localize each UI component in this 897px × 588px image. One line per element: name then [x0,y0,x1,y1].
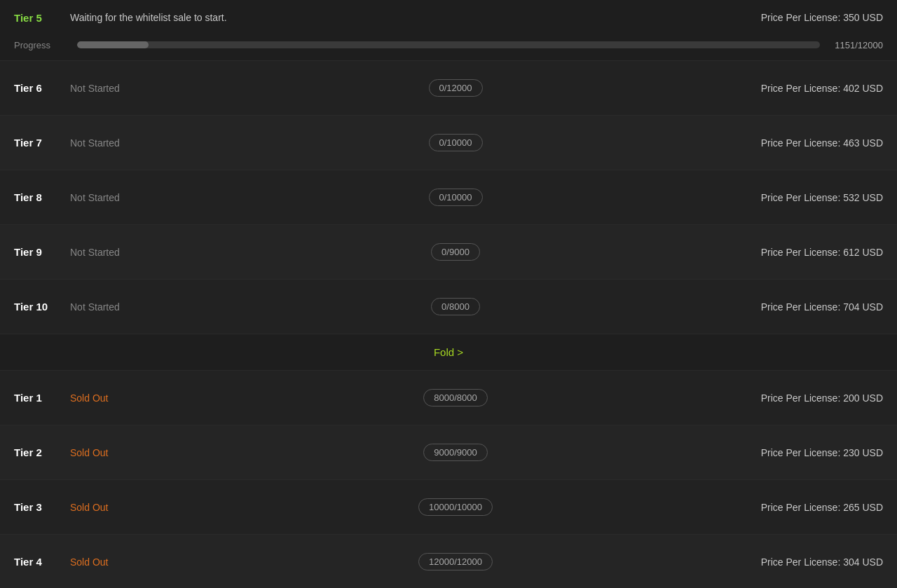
tier-status: Not Started [70,83,182,94]
tier-row-not-started: Tier 10 Not Started 0/8000 Price Per Lic… [0,280,897,334]
tier-name: Tier 7 [14,137,70,149]
tier5-progress-count: 1151/12000 [827,40,883,50]
tier-progress-area: 10000/10000 [182,498,729,516]
fold-row: Fold > [0,334,897,371]
fold-button[interactable]: Fold > [434,346,463,358]
tier5-price: Price Per License: 350 USD [761,12,883,23]
progress-badge: 0/8000 [431,298,480,315]
tier-name: Tier 2 [14,446,70,458]
tier-row-not-started: Tier 7 Not Started 0/10000 Price Per Lic… [0,116,897,170]
tier-status: Sold Out [70,556,182,568]
tier-price: Price Per License: 612 USD [729,247,883,258]
tier-status: Sold Out [70,447,182,458]
tier-price: Price Per License: 532 USD [729,192,883,203]
tier5-progress-bar-fill [77,41,149,48]
tier-status: Not Started [70,301,182,313]
tier-row-sold-out: Tier 3 Sold Out 10000/10000 Price Per Li… [0,480,897,535]
tier-progress-area: 8000/8000 [182,389,729,406]
tier-row-sold-out: Tier 2 Sold Out 9000/9000 Price Per Lice… [0,425,897,480]
tier-progress-area: 9000/9000 [182,444,729,461]
tier-status: Not Started [70,137,182,149]
progress-badge: 10000/10000 [418,498,493,516]
tier-name: Tier 3 [14,501,70,513]
tier5-section: Tier 5 Waiting for the whitelist sale to… [0,0,897,61]
tier5-progress-bar-container [77,41,820,48]
not-started-tiers: Tier 6 Not Started 0/12000 Price Per Lic… [0,61,897,334]
tier-progress-area: 0/12000 [182,79,729,97]
tier-progress-area: 12000/12000 [182,553,729,570]
tier-price: Price Per License: 230 USD [729,447,883,458]
tier-row-not-started: Tier 8 Not Started 0/10000 Price Per Lic… [0,170,897,225]
progress-badge: 9000/9000 [423,444,487,461]
tier-price: Price Per License: 402 USD [729,83,883,94]
tier-name: Tier 8 [14,191,70,203]
tier-status: Sold Out [70,392,182,404]
tier5-name: Tier 5 [14,12,70,24]
tier-name: Tier 9 [14,246,70,258]
tier-name: Tier 10 [14,301,70,313]
tier-row-sold-out: Tier 4 Sold Out 12000/12000 Price Per Li… [0,535,897,588]
progress-badge: 0/9000 [431,243,480,261]
tier-price: Price Per License: 265 USD [729,502,883,513]
tier-name: Tier 4 [14,556,70,568]
tier-price: Price Per License: 463 USD [729,137,883,149]
tier-row-sold-out: Tier 1 Sold Out 8000/8000 Price Per Lice… [0,371,897,425]
progress-badge: 0/10000 [429,134,483,151]
tier-progress-area: 0/8000 [182,298,729,315]
tier-progress-area: 0/10000 [182,189,729,206]
tier-row-not-started: Tier 9 Not Started 0/9000 Price Per Lice… [0,225,897,280]
sold-out-tiers: Tier 1 Sold Out 8000/8000 Price Per Lice… [0,371,897,588]
tier-name: Tier 6 [14,82,70,94]
progress-badge: 8000/8000 [423,389,487,406]
tier-price: Price Per License: 704 USD [729,301,883,313]
tier-price: Price Per License: 200 USD [729,392,883,404]
tier-progress-area: 0/10000 [182,134,729,151]
tier-row-not-started: Tier 6 Not Started 0/12000 Price Per Lic… [0,61,897,116]
tier-progress-area: 0/9000 [182,243,729,261]
tier5-progress-label: Progress [14,40,70,50]
tier-status: Not Started [70,247,182,258]
tier-price: Price Per License: 304 USD [729,556,883,568]
tier5-message: Waiting for the whitelist sale to start. [70,12,761,23]
progress-badge: 12000/12000 [418,553,493,570]
progress-badge: 0/10000 [429,189,483,206]
tier-name: Tier 1 [14,392,70,404]
progress-badge: 0/12000 [429,79,483,97]
tier-status: Sold Out [70,502,182,513]
tier-status: Not Started [70,192,182,203]
